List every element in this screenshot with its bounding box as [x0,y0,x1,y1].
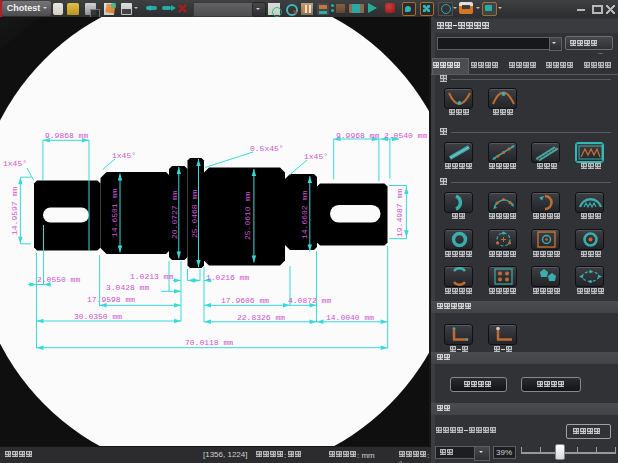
svg-text:14.9597 mm: 14.9597 mm [10,187,19,235]
svg-text:4.0872 mm: 4.0872 mm [288,296,331,305]
svg-text:14.0040 mm: 14.0040 mm [326,313,374,322]
svg-text:20.0727 mm: 20.0727 mm [170,191,179,239]
svg-text:1.0216 mm: 1.0216 mm [206,273,249,282]
svg-text:1.0213 mm: 1.0213 mm [130,272,173,281]
svg-text:9.9868 mm: 9.9868 mm [45,131,88,140]
svg-text:17.9598 mm: 17.9598 mm [87,295,135,304]
svg-text:2.0550 mm: 2.0550 mm [37,275,80,284]
svg-text:14.6501 mm: 14.6501 mm [110,189,119,237]
svg-text:1x45°: 1x45° [3,159,27,168]
svg-text:17.9606 mm: 17.9606 mm [221,296,269,305]
svg-text:0.5x45°: 0.5x45° [250,144,284,153]
svg-text:70.0118 mm: 70.0118 mm [185,338,233,347]
svg-text:14.6602 mm: 14.6602 mm [300,191,309,239]
svg-text:1x45°: 1x45° [304,152,328,161]
svg-text:25.0468 mm: 25.0468 mm [190,190,199,238]
svg-text:22.8326 mm: 22.8326 mm [237,313,285,322]
svg-text:3.0428 mm: 3.0428 mm [106,283,149,292]
svg-text:30.0350 mm: 30.0350 mm [74,312,122,321]
svg-text:25.0610 mm: 25.0610 mm [243,192,252,240]
svg-text:1x45°: 1x45° [112,151,136,160]
svg-text:9.9968 mm 2.0540 mm: 9.9968 mm 2.0540 mm [336,131,427,140]
svg-text:19.4987 mm: 19.4987 mm [395,189,404,237]
